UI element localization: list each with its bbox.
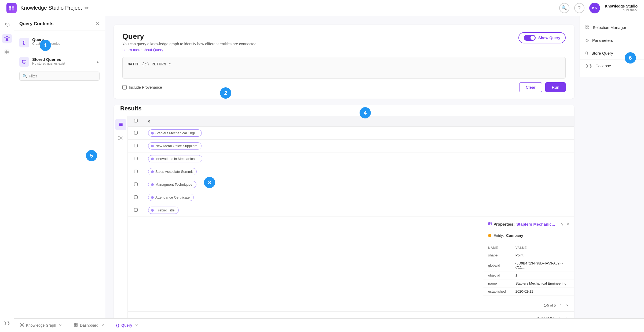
- right-panel-selection-manager[interactable]: Selection Manager: [580, 21, 644, 34]
- query-tab-close[interactable]: ✕: [135, 323, 138, 327]
- right-panel-parameters[interactable]: ⚙ Parameters: [580, 34, 644, 47]
- row-checkbox[interactable]: [134, 182, 138, 186]
- expand-icon[interactable]: ❯❯: [2, 318, 12, 328]
- props-col-name: Name: [483, 244, 511, 251]
- entity-row: Entity: Company: [483, 230, 574, 241]
- query-tab-icon: {}: [116, 323, 119, 327]
- provenance-checkbox[interactable]: [122, 85, 127, 89]
- svg-rect-16: [588, 27, 589, 28]
- knowledge-graph-tab-icon: [20, 323, 24, 328]
- props-next-button[interactable]: ›: [565, 302, 569, 309]
- table-row[interactable]: Staplers Mechanical Engi...: [128, 127, 574, 140]
- svg-rect-3: [12, 8, 14, 10]
- app-logo: [6, 3, 17, 13]
- entity-tag[interactable]: New Metal Office Suppliers: [148, 142, 202, 150]
- props-prev-button[interactable]: ‹: [558, 302, 562, 309]
- properties-panel: Properties: Staplers Mechanic... ⤡ ✕ Ent…: [483, 217, 574, 311]
- avatar: KS: [589, 3, 600, 13]
- row-entity-cell: Innovations in Mechanical...: [144, 152, 574, 165]
- entity-tag[interactable]: Managment Techniques: [148, 181, 196, 188]
- table-row[interactable]: Innovations in Mechanical...: [128, 152, 574, 165]
- entity-tag[interactable]: Innovations in Mechanical...: [148, 155, 202, 162]
- props-table: Name Value shape Point globalid {5D9B471…: [483, 244, 574, 296]
- left-sidebar: ❯❯: [0, 16, 14, 332]
- view-toggle: [114, 116, 128, 325]
- svg-point-33: [20, 323, 21, 324]
- table-view-button[interactable]: [115, 119, 126, 130]
- select-all-checkbox[interactable]: [134, 119, 138, 122]
- row-checkbox[interactable]: [134, 131, 138, 135]
- tab-knowledge-graph[interactable]: Knowledge Graph ✕: [14, 319, 68, 332]
- entity-tag-dot: [151, 196, 154, 199]
- provenance-checkbox-label[interactable]: Include Provenance: [122, 85, 162, 89]
- svg-point-4: [5, 23, 7, 25]
- query-item[interactable]: {} Query Create new queries: [19, 35, 100, 50]
- props-row: objectid 1: [483, 271, 574, 279]
- user-info: Knowledge Studio publisher2: [605, 4, 638, 12]
- filter-search-icon: 🔍: [23, 74, 27, 78]
- svg-rect-43: [74, 325, 75, 326]
- learn-more-link[interactable]: Learn more about Query: [122, 48, 163, 52]
- edit-icon[interactable]: ✏: [85, 5, 89, 11]
- row-checkbox-cell: [128, 127, 144, 140]
- selection-manager-label: Selection Manager: [593, 25, 626, 30]
- show-query-button[interactable]: Show Query: [518, 32, 566, 43]
- search-button[interactable]: 🔍: [559, 3, 569, 13]
- step-badge-4: 4: [360, 107, 371, 118]
- svg-rect-6: [5, 50, 9, 54]
- props-row: Properties: Staplers Mechanic... ⤡ ✕ Ent…: [128, 217, 574, 311]
- filter-input[interactable]: [19, 72, 100, 81]
- results-table: e Staplers Mechanical Engi... New Metal …: [128, 116, 574, 217]
- collapse-icon: ❯❯: [585, 63, 592, 68]
- svg-point-35: [20, 326, 21, 326]
- nav-actions: 🔍 ? KS Knowledge Studio publisher2: [559, 3, 638, 13]
- entity-tag[interactable]: Staplers Mechanical Engi...: [148, 129, 202, 137]
- row-checkbox[interactable]: [134, 195, 138, 199]
- svg-rect-13: [586, 25, 587, 27]
- svg-point-23: [118, 139, 119, 140]
- row-checkbox[interactable]: [134, 170, 138, 173]
- svg-point-36: [23, 326, 24, 326]
- entity-tag[interactable]: Sales Associate Summit: [148, 168, 197, 175]
- entity-tag-dot: [151, 132, 154, 135]
- results-table-wrap: e Staplers Mechanical Engi... New Metal …: [128, 116, 574, 325]
- clear-button[interactable]: Clear: [519, 82, 542, 92]
- graph-view-button[interactable]: [115, 132, 126, 144]
- dashboard-tab-close[interactable]: ✕: [101, 323, 104, 327]
- help-button[interactable]: ?: [574, 3, 584, 13]
- stored-queries-sub: No stored queries exist: [32, 62, 65, 65]
- entity-tag[interactable]: Attendance Certificate: [148, 194, 194, 201]
- tab-query[interactable]: {} Query ✕: [110, 319, 144, 332]
- props-expand-button[interactable]: ⤡: [560, 222, 564, 227]
- panel-close-button[interactable]: ✕: [96, 21, 100, 27]
- sidebar-icon-table[interactable]: [2, 47, 12, 57]
- query-section: Query You can query a knowledge graph to…: [114, 25, 574, 99]
- table-row[interactable]: Sales Associate Summit: [128, 165, 574, 178]
- table-row[interactable]: Attendance Certificate: [128, 191, 574, 204]
- collapse-label: Collapse: [595, 64, 611, 68]
- sidebar-icon-layers[interactable]: [2, 34, 12, 43]
- entity-tag-dot: [151, 170, 154, 173]
- props-col-value: Value: [511, 244, 574, 251]
- run-button[interactable]: Run: [545, 82, 566, 92]
- table-row[interactable]: Managment Techniques: [128, 178, 574, 191]
- row-checkbox[interactable]: [134, 157, 138, 160]
- parameters-label: Parameters: [592, 38, 613, 43]
- row-checkbox-cell: [128, 152, 144, 165]
- chevron-up-button[interactable]: ▲: [96, 60, 100, 64]
- props-close-button[interactable]: ✕: [566, 222, 569, 227]
- table-row[interactable]: New Metal Office Suppliers: [128, 140, 574, 152]
- knowledge-graph-tab-close[interactable]: ✕: [59, 323, 62, 327]
- main-content: Query You can query a knowledge graph to…: [105, 16, 644, 332]
- table-row[interactable]: Firebird Title: [128, 204, 574, 217]
- row-checkbox[interactable]: [134, 144, 138, 147]
- svg-point-22: [122, 136, 123, 137]
- tab-dashboard[interactable]: Dashboard ✕: [68, 319, 110, 332]
- sidebar-icon-users[interactable]: [2, 20, 12, 30]
- query-item-icon: {}: [19, 38, 29, 47]
- row-checkbox[interactable]: [134, 208, 138, 212]
- svg-line-40: [22, 325, 23, 326]
- query-editor[interactable]: MATCH (e) RETURN e: [122, 57, 566, 79]
- store-query-icon: (): [585, 51, 588, 55]
- entity-tag[interactable]: Firebird Title: [148, 207, 179, 214]
